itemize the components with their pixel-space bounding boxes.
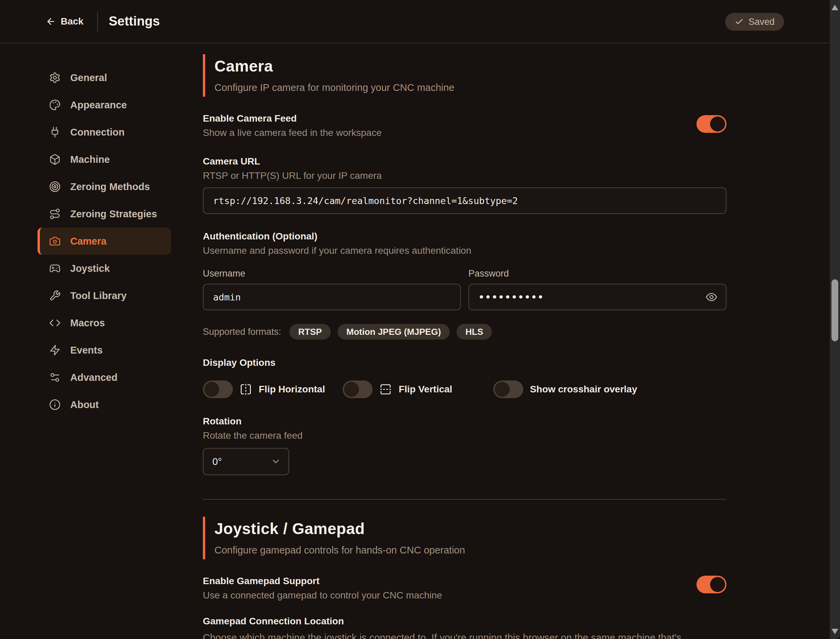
sidebar-item-label: Zeroing Methods (70, 181, 150, 192)
flip-horizontal-label: Flip Horizontal (259, 384, 325, 395)
supported-formats-row: Supported formats: RTSP Motion JPEG (MJP… (203, 324, 727, 340)
camera-section-subtitle: Configure IP camera for monitoring your … (214, 82, 727, 93)
display-options-block: Display Options Flip Horizontal Flip Ver… (203, 357, 727, 398)
sidebar-item-machine[interactable]: Machine (38, 146, 171, 173)
saved-status-badge: Saved (725, 13, 784, 31)
sidebar-item-general[interactable]: General (38, 64, 171, 91)
enable-gamepad-label: Enable Gamepad Support (203, 575, 442, 587)
info-icon (49, 399, 61, 410)
sidebar-item-zeroing-methods[interactable]: Zeroing Methods (38, 173, 171, 200)
scrollbar-up-arrow[interactable] (832, 5, 838, 10)
camera-section-title: Camera (214, 57, 727, 75)
sidebar-item-label: General (70, 72, 107, 83)
plug-icon (49, 126, 61, 138)
camera-section-header: Camera Configure IP camera for monitorin… (203, 54, 727, 97)
back-label: Back (61, 16, 83, 27)
sidebar-item-tool-library[interactable]: Tool Library (38, 282, 171, 309)
camera-url-input[interactable] (203, 188, 727, 214)
crosshair-overlay-group: Show crosshair overlay (493, 380, 637, 398)
rotation-description: Rotate the camera feed (203, 430, 727, 441)
sidebar-item-label: Connection (70, 127, 125, 138)
sidebar-item-label: Camera (70, 236, 106, 247)
rotation-select[interactable]: 0° (203, 448, 289, 475)
eye-icon (705, 291, 717, 303)
authentication-description: Username and password if your camera req… (203, 245, 727, 256)
top-bar: Back Settings Saved (0, 0, 840, 43)
gamepad-icon (49, 262, 61, 274)
target-icon (49, 181, 61, 192)
sidebar-item-label: About (70, 399, 99, 410)
flip-vertical-label: Flip Vertical (398, 384, 452, 395)
sidebar-item-advanced[interactable]: Advanced (38, 364, 171, 391)
toggle-knob (710, 116, 725, 132)
sidebar-item-macros[interactable]: Macros (38, 309, 171, 337)
sidebar-item-label: Appearance (70, 99, 127, 111)
flip-vertical-icon (379, 383, 392, 396)
scrollbar[interactable] (830, 0, 840, 639)
enable-camera-feed-toggle[interactable] (697, 115, 727, 133)
gamepad-connection-description: Choose which machine the joystick is con… (203, 632, 714, 639)
gamepad-section-title: Joystick / Gamepad (214, 520, 727, 538)
sidebar-item-about[interactable]: About (38, 391, 171, 418)
password-label: Password (469, 269, 727, 279)
show-password-button[interactable] (705, 291, 717, 303)
authentication-label: Authentication (Optional) (203, 231, 727, 242)
back-button[interactable]: Back (46, 16, 83, 27)
sidebar-item-label: Zeroing Strategies (70, 208, 157, 220)
enable-camera-feed-row: Enable Camera Feed Show a live camera fe… (203, 113, 727, 138)
enable-gamepad-description: Use a connected gamepad to control your … (203, 590, 442, 601)
camera-url-label: Camera URL (203, 156, 727, 167)
sidebar-item-label: Macros (70, 318, 105, 329)
gamepad-connection-label: Gamepad Connection Location (203, 616, 727, 627)
display-options-label: Display Options (203, 357, 727, 368)
cube-icon (49, 154, 61, 165)
sidebar-item-events[interactable]: Events (38, 337, 171, 364)
toggle-knob (344, 382, 359, 397)
flip-horizontal-icon (240, 383, 252, 396)
palette-icon (49, 99, 61, 111)
sidebar-item-label: Machine (70, 154, 110, 165)
gamepad-connection-block: Gamepad Connection Location Choose which… (203, 616, 727, 639)
sidebar-item-zeroing-strategies[interactable]: Zeroing Strategies (38, 200, 171, 227)
settings-sidebar: General Appearance Connection Machine Ze… (38, 64, 171, 418)
arrow-left-icon (46, 16, 56, 27)
camera-url-description: RTSP or HTTP(S) URL for your IP camera (203, 170, 727, 181)
sliders-icon (49, 372, 61, 383)
flip-vertical-toggle[interactable] (343, 380, 373, 398)
supported-formats-label: Supported formats: (203, 327, 281, 337)
sidebar-item-joystick[interactable]: Joystick (38, 255, 171, 282)
wrench-icon (49, 290, 61, 302)
format-badge-mjpeg: Motion JPEG (MJPEG) (338, 324, 449, 340)
authentication-block: Authentication (Optional) Username and p… (203, 231, 727, 310)
scrollbar-thumb[interactable] (832, 279, 838, 341)
sidebar-item-label: Tool Library (70, 290, 126, 302)
enable-gamepad-toggle[interactable] (697, 575, 727, 593)
camera-url-block: Camera URL RTSP or HTTP(S) URL for your … (203, 156, 727, 214)
flip-horizontal-group: Flip Horizontal (203, 380, 325, 398)
camera-icon (49, 235, 61, 247)
crosshair-overlay-label: Show crosshair overlay (530, 384, 637, 395)
scrollbar-down-arrow[interactable] (832, 629, 838, 634)
rotation-value: 0° (212, 456, 222, 467)
zap-icon (49, 344, 61, 356)
flip-vertical-group: Flip Vertical (343, 380, 452, 398)
page-title: Settings (109, 14, 160, 29)
chevron-down-icon (271, 456, 281, 467)
username-input[interactable] (203, 284, 461, 310)
saved-label: Saved (748, 17, 775, 27)
toggle-knob (204, 382, 219, 397)
enable-camera-feed-label: Enable Camera Feed (203, 113, 382, 124)
crosshair-overlay-toggle[interactable] (493, 380, 523, 398)
username-label: Username (203, 269, 461, 279)
sidebar-item-appearance[interactable]: Appearance (38, 91, 171, 119)
topbar-divider (97, 11, 98, 31)
sidebar-item-connection[interactable]: Connection (38, 119, 171, 146)
password-input[interactable] (469, 284, 727, 310)
check-icon (735, 17, 744, 26)
rotation-block: Rotation Rotate the camera feed 0° (203, 416, 727, 475)
section-divider (203, 499, 727, 500)
sidebar-item-camera[interactable]: Camera (38, 227, 171, 255)
sidebar-item-label: Events (70, 345, 103, 356)
flip-horizontal-toggle[interactable] (203, 380, 233, 398)
gear-icon (49, 72, 61, 83)
